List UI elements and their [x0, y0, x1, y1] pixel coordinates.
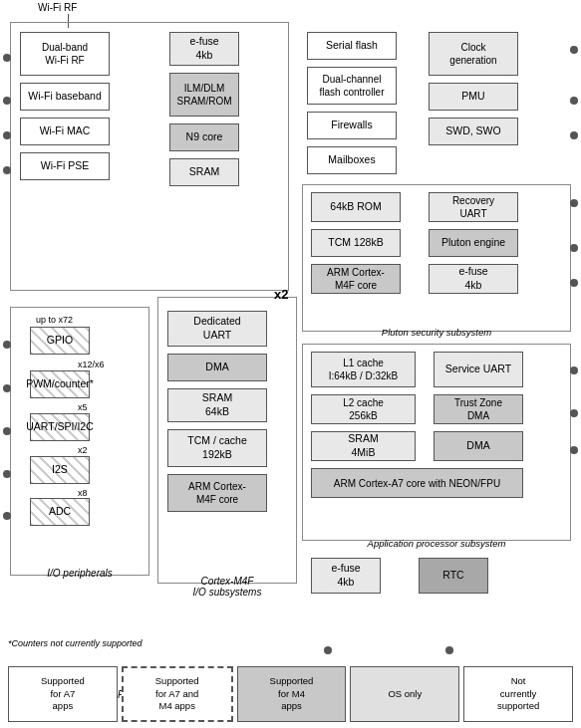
connector-dot-b2 [445, 646, 453, 654]
connector-dot-3 [3, 131, 11, 139]
connector-dot-r2 [570, 97, 578, 105]
app-proc-label: Application processor subsystem [368, 538, 506, 549]
legend-a7-m4: Supportedfor A7 andM4 apps [122, 666, 233, 722]
connector-dot-r6 [570, 279, 578, 287]
pwm-counter-block: PWM/counter* [30, 370, 90, 398]
arm-cortex-m4-pluton-block: ARM Cortex-M4F core [311, 264, 401, 294]
dma-app-block: DMA [434, 431, 523, 461]
n9-core-block: N9 core [169, 123, 239, 151]
firewalls-block: Firewalls [307, 112, 397, 139]
arm-cortex-m4f-block: ARM Cortex-M4F core [167, 474, 267, 512]
diagram-container: Wi-Fi RF Wi-Fi subsystem Dual-bandWi-Fi … [0, 0, 581, 728]
x5-label: x5 [78, 402, 88, 412]
recovery-uart-block: RecoveryUART [429, 192, 518, 222]
wifi-rf-label: Wi-Fi RF [38, 2, 77, 13]
wifi-mac-block: Wi-Fi MAC [20, 118, 110, 145]
x12-x6-label: x12/x6 [78, 360, 105, 369]
mailboxes-block: Mailboxes [307, 146, 397, 174]
io-label: I/O peripherals [47, 568, 113, 579]
wifi-pse-block: Wi-Fi PSE [20, 152, 110, 180]
legend: Supportedfor A7apps Supportedfor A7 andM… [8, 666, 573, 722]
service-uart-block: Service UART [434, 352, 523, 387]
tcm-128kb-block: TCM 128kB [311, 229, 401, 257]
uart-spi-i2c-block: UART/SPI/I2C [30, 413, 90, 441]
efuse-bottom-block: e-fuse4kb [311, 558, 381, 594]
x2-small-label: x2 [78, 445, 88, 455]
legend-m4: Supportedfor M4apps [237, 666, 347, 722]
connector-dot-r8 [570, 409, 578, 417]
sram-64kb-block: SRAM64kB [167, 388, 267, 422]
connector-dot-r5 [570, 244, 578, 252]
sram-wifi-block: SRAM [169, 158, 239, 186]
connector-dot-8 [3, 470, 11, 478]
tcm-cache-block: TCM / cache192kB [167, 429, 267, 467]
legend-os: OS only [350, 666, 459, 722]
wifi-baseband-block: Wi-Fi baseband [20, 83, 110, 111]
x8-label: x8 [78, 488, 88, 498]
legend-not-supported: Notcurrentlysupported [463, 666, 573, 722]
connector-dot-r3 [570, 131, 578, 139]
arm-cortex-a7-block: ARM Cortex-A7 core with NEON/FPU [311, 468, 523, 498]
up-to-x72: up to x72 [36, 315, 73, 325]
cortex-m4f-label: Cortex-M4FI/O subsystems [193, 576, 262, 598]
adc-block: ADC [30, 498, 90, 526]
dual-band-block: Dual-bandWi-Fi RF [20, 32, 110, 76]
sram-4mib-block: SRAM4MiB [311, 431, 416, 461]
efuse-top-block: e-fuse4kb [169, 32, 239, 66]
efuse-pluton-block: e-fuse4kb [429, 264, 518, 294]
swd-swo-block: SWD, SWO [429, 118, 518, 145]
connector-dot-r9 [570, 446, 578, 454]
l1-cache-block: L1 cacheI:64kB / D:32kB [311, 352, 416, 387]
l2-cache-block: L2 cache256kB [311, 394, 416, 424]
trustzone-dma-block: Trust ZoneDMA [434, 394, 523, 424]
x2-big-label: x2 [274, 287, 288, 302]
connector-dot-5 [3, 341, 11, 349]
pluton-label: Pluton security subsystem [382, 327, 491, 338]
note-text: *Counters not currently supported [8, 638, 143, 648]
dual-channel-block: Dual-channelflash controller [307, 67, 397, 105]
connector-dot-b1 [324, 646, 332, 654]
dma-cortex-block: DMA [167, 354, 267, 381]
connector-dot-6 [3, 384, 11, 392]
i2s-block: I2S [30, 456, 90, 484]
ilm-dlm-block: ILM/DLMSRAM/ROM [169, 73, 239, 117]
clock-gen-block: Clockgeneration [429, 32, 518, 76]
connector-dot-2 [3, 97, 11, 105]
connector-dot-r7 [570, 366, 578, 374]
rtc-block: RTC [419, 558, 488, 594]
pmu-block: PMU [429, 83, 518, 111]
connector-dot-4 [3, 166, 11, 174]
connector-dot-1 [3, 54, 11, 62]
connector-dot-7 [3, 427, 11, 435]
serial-flash-block: Serial flash [307, 32, 397, 60]
gpio-block: GPIO [30, 327, 90, 355]
connector-dot-r4 [570, 199, 578, 207]
legend-a7: Supportedfor A7apps [8, 666, 118, 722]
pluton-engine-block: Pluton engine [429, 229, 518, 257]
rom-64kb-block: 64kB ROM [311, 192, 401, 222]
connector-dot-r1 [570, 46, 578, 54]
connector-dot-9 [3, 512, 11, 520]
dedicated-uart-block: DedicatedUART [167, 311, 267, 347]
